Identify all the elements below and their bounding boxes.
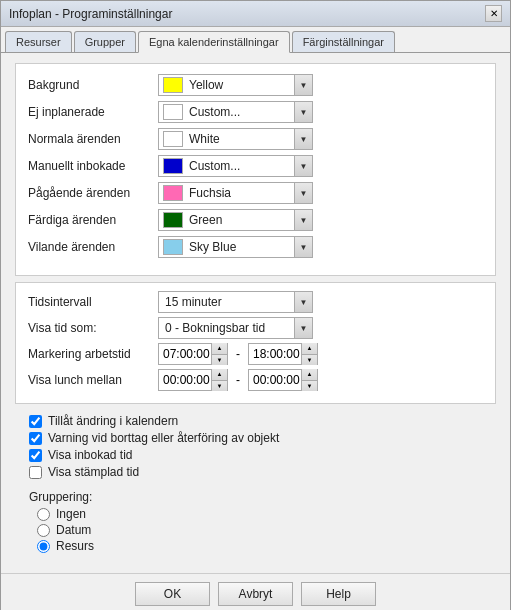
swatch-vilande	[163, 239, 183, 255]
label-tidsintervall: Tidsintervall	[28, 295, 158, 309]
lunch-to-up[interactable]: ▲	[302, 369, 317, 381]
row-visa-lunch: Visa lunch mellan ▲ ▼ - ▲ ▼	[28, 369, 483, 391]
label-bakgrund: Bakgrund	[28, 78, 158, 92]
markering-from-up[interactable]: ▲	[212, 343, 227, 355]
checkbox-row-varning: Varning vid borttag eller återföring av …	[29, 431, 482, 445]
dropdown-normala[interactable]: White ▼	[158, 128, 313, 150]
dropdown-ej-inplanerade[interactable]: Custom... ▼	[158, 101, 313, 123]
title-bar: Infoplan - Programinställningar ✕	[1, 1, 510, 27]
arrow-visa-tid: ▼	[294, 318, 312, 338]
ok-button[interactable]: OK	[135, 582, 210, 606]
arrow-normala: ▼	[294, 129, 312, 149]
swatch-pagaende	[163, 185, 183, 201]
lunch-to-field[interactable]	[249, 373, 301, 387]
checkboxes-section: Tillåt ändring i kalendern Varning vid b…	[15, 410, 496, 486]
markering-from-input[interactable]: ▲ ▼	[158, 343, 228, 365]
markering-to-field[interactable]	[249, 347, 301, 361]
checkbox-visa-inbokad[interactable]	[29, 449, 42, 462]
arrow-bakgrund: ▼	[294, 75, 312, 95]
checkbox-visa-stamplad[interactable]	[29, 466, 42, 479]
arrow-tidsintervall: ▼	[294, 292, 312, 312]
lunch-to-down[interactable]: ▼	[302, 381, 317, 392]
lunch-from-input[interactable]: ▲ ▼	[158, 369, 228, 391]
color-row-normala: Normala ärenden White ▼	[28, 128, 483, 150]
radio-row-datum: Datum	[37, 523, 482, 537]
lunch-from-field[interactable]	[159, 373, 211, 387]
markering-to-up[interactable]: ▲	[302, 343, 317, 355]
swatch-fardiga	[163, 212, 183, 228]
radio-ingen[interactable]	[37, 508, 50, 521]
help-button[interactable]: Help	[301, 582, 376, 606]
radio-row-ingen: Ingen	[37, 507, 482, 521]
checkbox-varning[interactable]	[29, 432, 42, 445]
markering-to-input[interactable]: ▲ ▼	[248, 343, 318, 365]
lunch-dash: -	[236, 373, 240, 387]
lunch-from-up[interactable]: ▲	[212, 369, 227, 381]
arrow-ej-inplanerade: ▼	[294, 102, 312, 122]
dropdown-fardiga[interactable]: Green ▼	[158, 209, 313, 231]
label-radio-resurs[interactable]: Resurs	[56, 539, 94, 553]
color-row-manuellt: Manuellt inbokade Custom... ▼	[28, 155, 483, 177]
tab-resurser[interactable]: Resurser	[5, 31, 72, 52]
dropdown-tidsintervall[interactable]: 15 minuter ▼	[158, 291, 313, 313]
tab-grupper[interactable]: Grupper	[74, 31, 136, 52]
checkbox-tillat[interactable]	[29, 415, 42, 428]
tab-egna[interactable]: Egna kalenderinställningar	[138, 31, 290, 53]
markering-inputs: ▲ ▼ - ▲ ▼	[158, 343, 318, 365]
color-name-pagaende: Fuchsia	[187, 186, 294, 200]
color-row-fardiga: Färdiga ärenden Green ▼	[28, 209, 483, 231]
markering-from-field[interactable]	[159, 347, 211, 361]
arrow-vilande: ▼	[294, 237, 312, 257]
cancel-button[interactable]: Avbryt	[218, 582, 293, 606]
label-fardiga: Färdiga ärenden	[28, 213, 158, 227]
radio-datum[interactable]	[37, 524, 50, 537]
lunch-from-down[interactable]: ▼	[212, 381, 227, 392]
dropdown-vilande[interactable]: Sky Blue ▼	[158, 236, 313, 258]
label-checkbox-varning[interactable]: Varning vid borttag eller återföring av …	[48, 431, 279, 445]
swatch-bakgrund	[163, 77, 183, 93]
visa-tid-value: 0 - Bokningsbar tid	[159, 321, 294, 335]
tab-farg[interactable]: Färginställningar	[292, 31, 395, 52]
color-name-vilande: Sky Blue	[187, 240, 294, 254]
arrow-manuellt: ▼	[294, 156, 312, 176]
label-checkbox-tillat[interactable]: Tillåt ändring i kalendern	[48, 414, 178, 428]
color-name-bakgrund: Yellow	[187, 78, 294, 92]
tab-bar: Resurser Grupper Egna kalenderinställnin…	[1, 27, 510, 53]
label-normala: Normala ärenden	[28, 132, 158, 146]
markering-to-down[interactable]: ▼	[302, 355, 317, 366]
row-tidsintervall: Tidsintervall 15 minuter ▼	[28, 291, 483, 313]
row-markering: Markering arbetstid ▲ ▼ - ▲	[28, 343, 483, 365]
label-checkbox-visa-stamplad[interactable]: Visa stämplad tid	[48, 465, 139, 479]
checkbox-row-visa-inbokad: Visa inbokad tid	[29, 448, 482, 462]
swatch-ej-inplanerade	[163, 104, 183, 120]
color-name-fardiga: Green	[187, 213, 294, 227]
markering-dash: -	[236, 347, 240, 361]
dropdown-visa-tid[interactable]: 0 - Bokningsbar tid ▼	[158, 317, 313, 339]
lunch-to-spinner: ▲ ▼	[301, 369, 317, 391]
window-title: Infoplan - Programinställningar	[9, 7, 172, 21]
color-name-manuellt: Custom...	[187, 159, 294, 173]
radio-row-resurs: Resurs	[37, 539, 482, 553]
color-name-normala: White	[187, 132, 294, 146]
color-row-pagaende: Pågående ärenden Fuchsia ▼	[28, 182, 483, 204]
label-ej-inplanerade: Ej inplanerade	[28, 105, 158, 119]
label-manuellt: Manuellt inbokade	[28, 159, 158, 173]
markering-from-down[interactable]: ▼	[212, 355, 227, 366]
radio-resurs[interactable]	[37, 540, 50, 553]
dropdown-manuellt[interactable]: Custom... ▼	[158, 155, 313, 177]
checkbox-row-visa-stamplad: Visa stämplad tid	[29, 465, 482, 479]
label-visa-tid: Visa tid som:	[28, 321, 158, 335]
dropdown-bakgrund[interactable]: Yellow ▼	[158, 74, 313, 96]
label-radio-ingen[interactable]: Ingen	[56, 507, 86, 521]
lunch-from-spinner: ▲ ▼	[211, 369, 227, 391]
label-radio-datum[interactable]: Datum	[56, 523, 91, 537]
checkbox-row-tillat: Tillåt ändring i kalendern	[29, 414, 482, 428]
close-button[interactable]: ✕	[485, 5, 502, 22]
grouping-title: Gruppering:	[29, 490, 482, 504]
lunch-to-input[interactable]: ▲ ▼	[248, 369, 318, 391]
label-checkbox-visa-inbokad[interactable]: Visa inbokad tid	[48, 448, 133, 462]
label-vilande: Vilande ärenden	[28, 240, 158, 254]
color-row-vilande: Vilande ärenden Sky Blue ▼	[28, 236, 483, 258]
dropdown-pagaende[interactable]: Fuchsia ▼	[158, 182, 313, 204]
markering-from-spinner: ▲ ▼	[211, 343, 227, 365]
